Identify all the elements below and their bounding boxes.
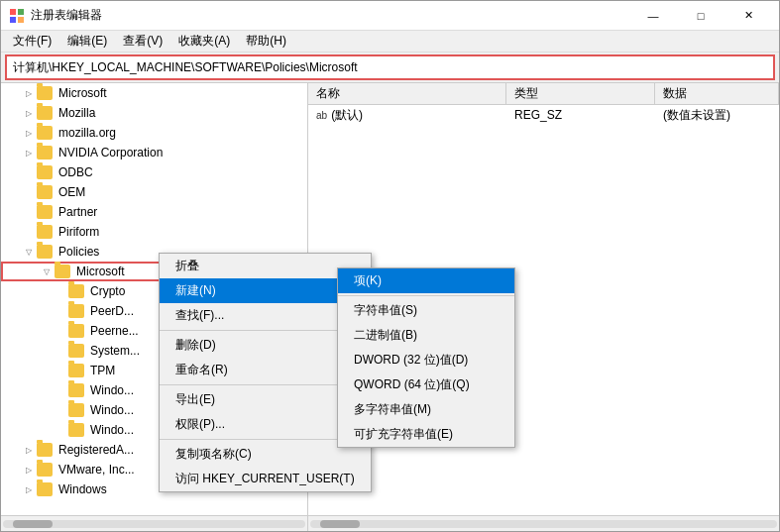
tree-item-partner[interactable]: Partner (1, 202, 307, 222)
scrollbar-thumb-right[interactable] (320, 520, 360, 528)
svg-rect-1 (18, 9, 24, 15)
right-header: 名称 类型 数据 (308, 83, 779, 105)
folder-icon (68, 364, 84, 377)
expand-icon (53, 363, 68, 378)
folder-icon (68, 383, 84, 397)
expand-icon (53, 343, 68, 359)
tree-item-oem[interactable]: OEM (1, 182, 307, 202)
menu-bar: 文件(F) 编辑(E) 查看(V) 收藏夹(A) 帮助(H) (1, 31, 779, 53)
submenu-binary[interactable]: 二进制值(B) (338, 323, 514, 348)
col-header-type: 类型 (506, 83, 655, 104)
expand-icon: ▷ (21, 85, 37, 101)
ctx-access-hkcu[interactable]: 访问 HKEY_CURRENT_USER(T) (160, 467, 371, 491)
folder-icon (37, 185, 53, 199)
folder-icon (37, 482, 53, 496)
ab-icon: ab (316, 110, 327, 121)
folder-icon (68, 344, 84, 358)
menu-view[interactable]: 查看(V) (115, 31, 170, 52)
svg-rect-3 (18, 17, 24, 23)
main-window: 注册表编辑器 — □ ✕ 文件(F) 编辑(E) 查看(V) 收藏夹(A) 帮助… (0, 0, 780, 532)
col-header-data: 数据 (655, 83, 779, 104)
expand-icon: ▷ (21, 481, 37, 497)
row-type: REG_SZ (506, 108, 655, 122)
address-bar[interactable]: 计算机\HKEY_LOCAL_MACHINE\SOFTWARE\Policies… (5, 54, 775, 80)
expand-icon (21, 204, 37, 220)
svg-rect-2 (10, 17, 16, 23)
menu-help[interactable]: 帮助(H) (238, 31, 294, 52)
folder-icon (68, 284, 84, 298)
folder-icon (37, 205, 53, 219)
folder-icon (37, 245, 53, 259)
folder-icon (37, 463, 53, 477)
left-scrollbar[interactable] (1, 515, 307, 531)
expand-icon (53, 402, 68, 418)
expand-icon (21, 184, 37, 200)
folder-icon (37, 225, 53, 239)
minimize-button[interactable]: — (630, 1, 676, 31)
folder-icon (37, 106, 53, 120)
submenu-expandstring[interactable]: 可扩充字符串值(E) (338, 422, 514, 447)
scrollbar-thumb[interactable] (13, 520, 53, 528)
row-data: (数值未设置) (655, 107, 779, 124)
folder-icon (68, 403, 84, 417)
title-controls: — □ ✕ (630, 1, 771, 31)
expand-icon: ▽ (21, 244, 37, 260)
submenu-item-key[interactable]: 项(K) (338, 268, 514, 293)
expand-icon: ▷ (21, 145, 37, 160)
expand-icon: ▽ (39, 264, 55, 279)
close-button[interactable]: ✕ (725, 1, 771, 31)
expand-icon: ▷ (21, 442, 37, 458)
svg-rect-0 (10, 9, 16, 15)
expand-icon (53, 382, 68, 398)
col-header-name: 名称 (308, 83, 506, 104)
menu-favorites[interactable]: 收藏夹(A) (170, 31, 238, 52)
submenu-qword[interactable]: QWORD (64 位)值(Q) (338, 372, 514, 397)
tree-item-odbc[interactable]: ODBC (1, 162, 307, 182)
expand-icon (53, 422, 68, 438)
title-bar: 注册表编辑器 — □ ✕ (1, 1, 779, 31)
expand-icon (53, 283, 68, 299)
row-name: ab (默认) (308, 107, 506, 124)
expand-icon: ▷ (21, 125, 37, 141)
title-bar-left: 注册表编辑器 (9, 7, 102, 24)
registry-row[interactable]: ab (默认) REG_SZ (数值未设置) (308, 105, 779, 125)
submenu-sep (338, 295, 514, 296)
submenu: 项(K) 字符串值(S) 二进制值(B) DWORD (32 位)值(D) QW… (337, 267, 515, 448)
folder-icon (37, 146, 53, 160)
expand-icon: ▷ (21, 105, 37, 121)
app-icon (9, 8, 25, 24)
folder-icon (55, 265, 70, 278)
address-text: 计算机\HKEY_LOCAL_MACHINE\SOFTWARE\Policies… (13, 59, 358, 76)
maximize-button[interactable]: □ (678, 1, 724, 31)
expand-icon (53, 303, 68, 319)
expand-icon (21, 224, 37, 240)
tree-item-mozilla[interactable]: ▷ Mozilla (1, 103, 307, 123)
row-name-label: (默认) (331, 107, 363, 124)
folder-icon (37, 86, 53, 100)
tree-item-nvidia[interactable]: ▷ NVIDIA Corporation (1, 143, 307, 162)
submenu-multistring[interactable]: 多字符串值(M) (338, 397, 514, 422)
tree-item-piriform[interactable]: Piriform (1, 222, 307, 242)
expand-icon (53, 323, 68, 339)
window-title: 注册表编辑器 (31, 7, 102, 24)
menu-file[interactable]: 文件(F) (5, 31, 59, 52)
scrollbar-track-right (310, 520, 777, 528)
folder-icon (37, 165, 53, 179)
right-scrollbar[interactable] (308, 515, 779, 531)
menu-edit[interactable]: 编辑(E) (59, 31, 115, 52)
submenu-string[interactable]: 字符串值(S) (338, 298, 514, 323)
folder-icon (37, 126, 53, 140)
expand-icon (21, 164, 37, 180)
tree-item-microsoft[interactable]: ▷ Microsoft (1, 83, 307, 103)
expand-icon: ▷ (21, 462, 37, 478)
folder-icon (68, 423, 84, 437)
tree-item-mozillaorg[interactable]: ▷ mozilla.org (1, 123, 307, 143)
folder-icon (68, 304, 84, 318)
folder-icon (68, 324, 84, 338)
scrollbar-track (3, 520, 305, 528)
submenu-dword[interactable]: DWORD (32 位)值(D) (338, 348, 514, 372)
folder-icon (37, 443, 53, 457)
